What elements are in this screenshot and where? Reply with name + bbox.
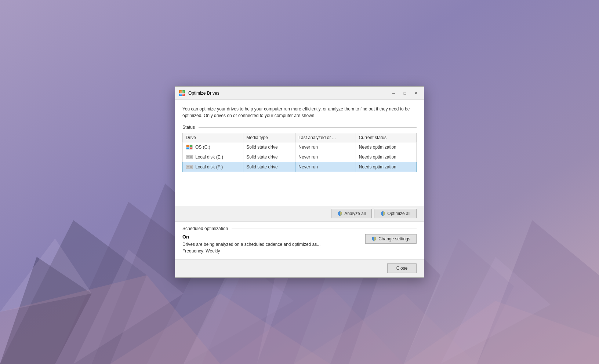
window-controls: ─ □ ✕: [389, 89, 421, 98]
scheduled-status: On: [182, 234, 320, 240]
scheduled-section-header: Scheduled optimization: [182, 226, 417, 231]
optimize-all-button[interactable]: Optimize all: [374, 209, 417, 218]
last-analyzed-cell: Never run: [295, 142, 356, 152]
media-type-cell: Solid state drive: [243, 142, 295, 152]
svg-rect-27: [190, 145, 192, 147]
status-label: Status: [182, 125, 195, 130]
shield-settings-icon: [371, 236, 377, 241]
media-type-cell: Solid state drive: [243, 162, 295, 172]
optimize-all-label: Optimize all: [387, 211, 410, 216]
dialog-title: Optimize Drives: [188, 91, 389, 96]
main-content: You can optimize your drives to help you…: [175, 100, 424, 206]
defrag-icon: [179, 90, 185, 97]
analyze-all-button[interactable]: Analyze all: [331, 209, 372, 218]
svg-rect-33: [187, 156, 189, 157]
drives-table: Drive Media type Last analyzed or ... Cu…: [182, 133, 417, 172]
shield-analyze-icon: [337, 211, 342, 216]
close-window-button[interactable]: ✕: [411, 89, 421, 98]
scheduled-description: Drives are being analyzed on a scheduled…: [182, 242, 320, 247]
status-cell: Needs optimization: [356, 162, 416, 172]
media-type-cell: Solid state drive: [243, 152, 295, 162]
scheduled-divider: [232, 229, 417, 229]
svg-rect-28: [186, 148, 189, 149]
svg-point-37: [191, 167, 192, 167]
scheduled-content-row: On Drives are being analyzed on a schedu…: [182, 234, 417, 254]
change-settings-label: Change settings: [378, 236, 410, 241]
scheduled-section: Scheduled optimization On Drives are bei…: [175, 221, 424, 259]
last-analyzed-cell: Never run: [295, 152, 356, 162]
local-drive-icon: [186, 154, 193, 160]
local-drive-icon: [186, 164, 193, 170]
last-analyzed-cell: Never run: [295, 162, 356, 172]
svg-rect-24: [180, 91, 184, 95]
svg-rect-39: [187, 167, 189, 168]
table-empty-area: [182, 172, 417, 201]
svg-rect-26: [186, 145, 189, 147]
drive-name-text: OS (C:): [195, 145, 210, 150]
col-last-analyzed: Last analyzed or ...: [295, 133, 356, 142]
status-cell: Needs optimization: [356, 142, 416, 152]
action-buttons-row: Analyze all Optimize all: [175, 206, 424, 221]
change-settings-button[interactable]: Change settings: [365, 234, 417, 244]
scheduled-frequency: Frequency: Weekly: [182, 248, 320, 254]
status-divider: [199, 127, 417, 128]
drives-table-area: Drive Media type Last analyzed or ... Cu…: [182, 133, 417, 201]
drive-name-cell: Local disk (F:): [183, 162, 243, 172]
minimize-button[interactable]: ─: [389, 89, 399, 98]
close-dialog-button[interactable]: Close: [387, 263, 417, 273]
svg-rect-29: [190, 148, 192, 149]
analyze-all-label: Analyze all: [344, 211, 366, 216]
svg-rect-38: [187, 166, 189, 167]
maximize-button[interactable]: □: [400, 89, 410, 98]
table-row[interactable]: Local disk (E:) Solid state drive Never …: [183, 152, 417, 162]
table-row[interactable]: OS (C:) Solid state drive Never run Need…: [183, 142, 417, 152]
description-text: You can optimize your drives to help you…: [182, 106, 417, 119]
col-current-status: Current status: [356, 133, 416, 142]
col-media-type: Media type: [243, 133, 295, 142]
scheduled-label: Scheduled optimization: [182, 226, 228, 231]
optimize-drives-dialog: Optimize Drives ─ □ ✕ You can optimize y…: [175, 86, 424, 278]
drive-name-cell: OS (C:): [183, 142, 243, 152]
svg-rect-34: [187, 157, 189, 158]
os-drive-icon: [186, 144, 193, 150]
shield-optimize-icon: [380, 211, 385, 216]
titlebar: Optimize Drives ─ □ ✕: [175, 87, 424, 100]
svg-point-32: [191, 157, 192, 157]
scheduled-info: On Drives are being analyzed on a schedu…: [182, 234, 320, 254]
status-section-header: Status: [182, 125, 417, 130]
drive-name-text: Local disk (F:): [195, 164, 223, 170]
drive-name-text: Local disk (E:): [195, 154, 223, 160]
dialog-footer: Close: [175, 259, 424, 277]
status-cell: Needs optimization: [356, 152, 416, 162]
table-row[interactable]: Local disk (F:) Solid state drive Never …: [183, 162, 417, 172]
col-drive: Drive: [183, 133, 243, 142]
table-header-row: Drive Media type Last analyzed or ... Cu…: [183, 133, 417, 142]
drive-name-cell: Local disk (E:): [183, 152, 243, 162]
